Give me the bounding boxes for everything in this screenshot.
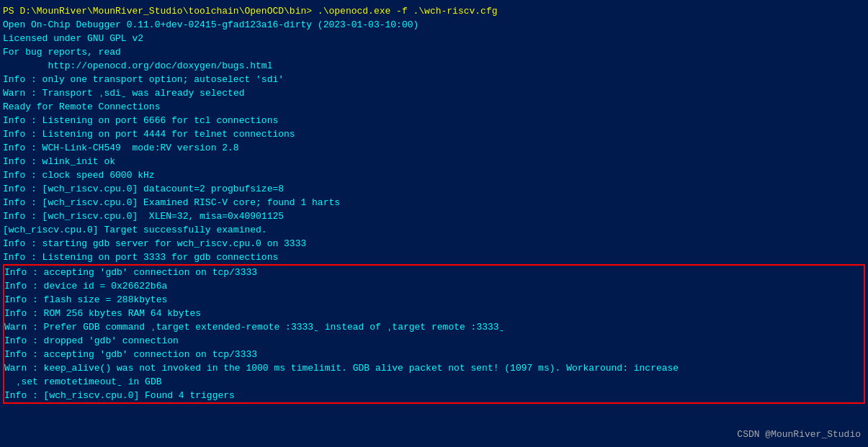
highlighted-terminal-line: Info : accepting 'gdb' connection on tcp…: [4, 266, 864, 279]
highlighted-terminal-line: Info : ROM 256 kbytes RAM 64 kbytes: [4, 307, 864, 320]
terminal-line: Info : Listening on port 3333 for gdb co…: [3, 250, 865, 264]
highlighted-terminal-line: Info : device id = 0x26622b6a: [4, 279, 864, 293]
terminal-line: Info : Listening on port 6666 for tcl co…: [3, 114, 865, 127]
highlighted-terminal-line: ˌset remotetimeoutˍ in GDB: [4, 375, 864, 389]
terminal-line: Info : [wch_riscv.cpu.0] datacount=2 pro…: [3, 182, 865, 196]
terminal-line: Info : clock speed 6000 kHz: [3, 168, 865, 182]
highlighted-terminal-line: Info : [wch_riscv.cpu.0] Found 4 trigger…: [4, 389, 864, 402]
highlighted-terminal-line: Info : dropped 'gdb' connection: [4, 334, 864, 348]
terminal-line: Info : [wch_riscv.cpu.0] Examined RISC-V…: [3, 196, 865, 209]
highlighted-terminal-line: Info : flash size = 288kbytes: [4, 293, 864, 307]
highlighted-output-block: Info : accepting 'gdb' connection on tcp…: [3, 264, 865, 404]
terminal-line: Ready for Remote Connections: [3, 100, 865, 114]
watermark: CSDN @MounRiver_Studio: [737, 429, 861, 440]
highlighted-terminal-line: Warn : Prefer GDB command ˌtarget extend…: [4, 320, 864, 334]
terminal-line: Info : only one transport option; autose…: [3, 73, 865, 86]
highlighted-terminal-line: Info : accepting 'gdb' connection on tcp…: [4, 348, 864, 361]
terminal-line: Info : Listening on port 4444 for telnet…: [3, 127, 865, 141]
highlighted-terminal-line: Warn : keep_alive() was not invoked in t…: [4, 361, 864, 375]
terminal-line: PS D:\MounRiver\MounRiver_Studio\toolcha…: [3, 4, 865, 18]
terminal-line: Licensed under GNU GPL v2: [3, 32, 865, 45]
terminal-window: PS D:\MounRiver\MounRiver_Studio\toolcha…: [0, 0, 868, 447]
terminal-line: For bug reports, read: [3, 45, 865, 59]
terminal-line: Warn : Transport ˌsdiˍ was already selec…: [3, 86, 865, 100]
terminal-line: [wch_riscv.cpu.0] Target successfully ex…: [3, 223, 865, 237]
terminal-line: Open On-Chip Debugger 0.11.0+dev-02415-g…: [3, 18, 865, 32]
terminal-line: Info : [wch_riscv.cpu.0] XLEN=32, misa=0…: [3, 209, 865, 223]
terminal-line: http://openocd.org/doc/doxygen/bugs.html: [3, 59, 865, 73]
terminal-line: Info : starting gdb server for wch_riscv…: [3, 237, 865, 250]
terminal-line: Info : wlink_init ok: [3, 155, 865, 168]
output-lines: PS D:\MounRiver\MounRiver_Studio\toolcha…: [3, 4, 865, 264]
terminal-line: Info : WCH-Link-CH549 mode:RV version 2.…: [3, 141, 865, 155]
